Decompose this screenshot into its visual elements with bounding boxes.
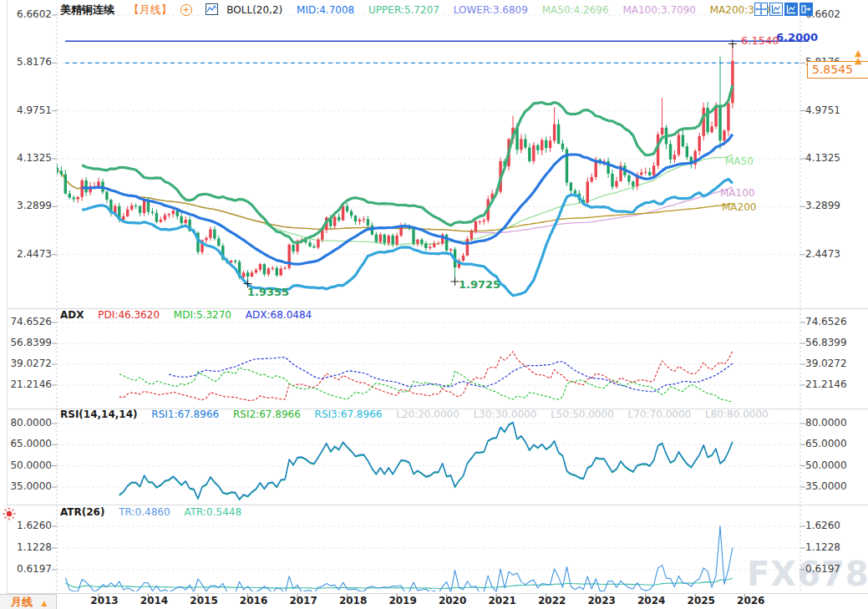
boll-label: BOLL(20,2)	[226, 4, 282, 16]
year-label-2025: 2025	[684, 595, 718, 606]
boll-upper-value: UPPER:5.7207	[368, 4, 439, 16]
boll-mid-value: MID:4.7008	[297, 4, 354, 16]
year-label-2026: 2026	[734, 595, 768, 606]
year-label-2014: 2014	[138, 595, 171, 606]
year-label-2017: 2017	[287, 595, 320, 606]
expand-icon[interactable]: +	[180, 4, 192, 16]
low-annotation-2020: 1.9725	[459, 278, 500, 291]
main-axis-label-left: 4.1325	[3, 152, 52, 164]
rsi-axis-label-right: 80.0000	[805, 417, 847, 429]
rsi-axis-label-left: 80.0000	[3, 417, 52, 429]
symbol-name: 美精铜连续	[60, 3, 114, 16]
year-label-2023: 2023	[585, 595, 618, 606]
year-label-2021: 2021	[485, 595, 519, 606]
adx-axis-label-left: 39.0272	[3, 358, 52, 369]
ma100-line-tag: MA100	[720, 187, 754, 199]
rsi-name: RSI(14,14,14)	[60, 409, 138, 420]
rsi-axis-label-left: 65.0000	[3, 438, 52, 449]
atr-axis-label-right: 0.6197	[805, 563, 840, 575]
axis-scale-icon[interactable]	[769, 3, 783, 16]
drawn-line-price-label: 6.2000	[776, 31, 818, 43]
axis-scale-active-icon[interactable]	[784, 3, 798, 16]
chart-toolbar	[754, 3, 813, 16]
low-annotation-2016: 1.9355	[247, 286, 289, 298]
session-high-label: 6.1540	[741, 34, 779, 47]
rsi-axis-label-right: 65.0000	[805, 438, 847, 449]
brightness-icon[interactable]	[2, 506, 17, 521]
year-label-2019: 2019	[386, 595, 419, 606]
rsi-l50: L50:50.0000	[551, 409, 614, 420]
main-axis-label-right: 3.2899	[805, 200, 840, 211]
rsi3-value: RSI3:67.8966	[315, 409, 383, 420]
tr-value: TR:0.4860	[119, 506, 170, 518]
tab-monthly-label: 月线	[11, 596, 33, 608]
mdi-value: MDI:5.3270	[174, 309, 231, 321]
rsi-header: RSI(14,14,14) RSI1:67.8966 RSI2:67.8966 …	[60, 409, 779, 420]
adx-axis-label-right: 21.2146	[805, 378, 847, 390]
adx-header: ADX PDI:46.3620 MDI:5.3270 ADX:68.0484	[60, 309, 322, 321]
main-indicator-header: 美精铜连续 【月线】 + BOLL(20,2) MID:4.7008 UPPER…	[60, 3, 794, 18]
adx-axis-label-right: 39.0272	[805, 358, 847, 369]
adx-axis-label-left: 21.2146	[3, 378, 52, 390]
year-label-2018: 2018	[337, 595, 370, 606]
adx-axis-label-right: 56.8399	[805, 337, 847, 348]
boll-lower-value: LOWER:3.6809	[454, 4, 528, 16]
year-label-2022: 2022	[536, 595, 569, 606]
main-axis-label-left: 4.9751	[3, 104, 52, 116]
rsi2-value: RSI2:67.8966	[233, 409, 301, 420]
pdi-value: PDI:46.3620	[98, 309, 160, 321]
main-axis-label-left: 5.8176	[3, 56, 52, 68]
period-tag: 【月线】	[129, 3, 172, 16]
atr-axis-label-left: 0.6197	[3, 563, 52, 575]
tab-arrow-icon: ▲	[42, 599, 48, 607]
rsi-l20: L20:20.0000	[396, 409, 459, 420]
main-axis-label-left: 6.6602	[3, 8, 52, 20]
price-up-arrow-icon: ▲▲	[855, 49, 861, 64]
main-axis-label-right: 2.4473	[805, 248, 840, 260]
atr-axis-label-right: 1.1228	[805, 541, 840, 553]
rsi1-value: RSI1:67.8966	[151, 409, 219, 420]
year-label-2015: 2015	[187, 595, 221, 606]
ma50-value: MA50:4.2696	[542, 4, 609, 16]
rsi-axis-label-right: 35.0000	[805, 480, 847, 492]
main-axis-label-left: 3.2899	[3, 200, 52, 211]
year-label-2024: 2024	[635, 595, 668, 606]
rsi-l80: L80:80.0000	[705, 409, 769, 420]
chart-type-icon[interactable]	[206, 3, 218, 15]
adx-axis-label-left: 56.8399	[3, 337, 52, 348]
rsi-l70: L70:70.0000	[628, 409, 692, 420]
atr-axis-label-left: 1.1228	[3, 541, 52, 553]
collapse-right-icon[interactable]	[799, 3, 813, 16]
tab-monthly[interactable]: 月线 ▲	[0, 594, 57, 609]
atr-axis-label-left: 1.6260	[3, 520, 52, 531]
main-axis-label-right: 4.1325	[805, 152, 840, 164]
main-axis-label-left: 2.4473	[3, 248, 52, 260]
rsi-axis-label-left: 50.0000	[3, 459, 52, 471]
adx-name: ADX	[60, 309, 84, 321]
year-label-2016: 2016	[237, 595, 271, 606]
chart-window: FX678 美精铜连续 【月线】 + BOLL(20,2) MID:4.7008…	[0, 0, 868, 609]
rsi-l30: L30:30.0000	[474, 409, 537, 420]
ma200-line-tag: MA200	[722, 201, 756, 213]
main-axis-label-right: 4.9751	[805, 104, 840, 116]
rsi-axis-label-right: 50.0000	[805, 459, 847, 471]
adx-axis-label-right: 74.6526	[805, 316, 847, 327]
ma100-value: MA100:3.7090	[622, 4, 696, 16]
year-label-2020: 2020	[436, 595, 470, 606]
move-crosshair-icon[interactable]	[754, 3, 768, 16]
adx-value: ADX:68.0484	[246, 309, 312, 321]
atr-header: ATR(26) TR:0.4860 ATR:0.5448	[60, 506, 252, 518]
atr-name: ATR(26)	[60, 506, 104, 518]
atr-axis-label-right: 1.6260	[805, 520, 840, 531]
rsi-axis-label-left: 35.0000	[3, 480, 52, 492]
adx-axis-label-left: 74.6526	[3, 316, 52, 327]
atr-value: ATR:0.5448	[184, 506, 241, 518]
year-label-2013: 2013	[88, 595, 121, 606]
ma50-line-tag: MA50	[725, 155, 754, 167]
